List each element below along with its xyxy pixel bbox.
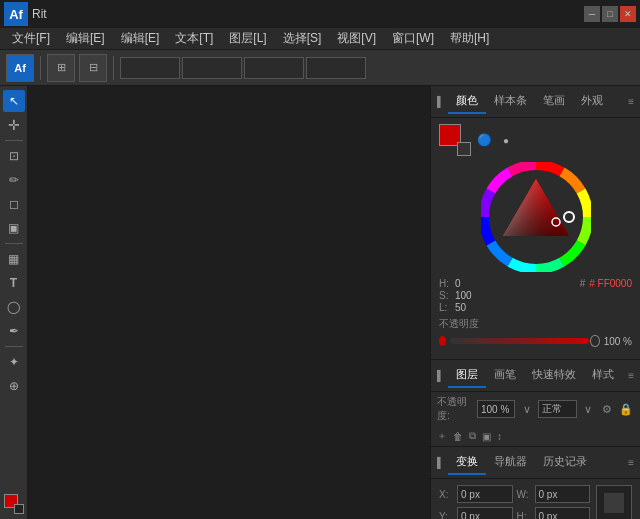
menu-text[interactable]: 文本[T]	[167, 28, 221, 49]
menu-help[interactable]: 帮助[H]	[442, 28, 497, 49]
color-bg-swatch[interactable]	[457, 142, 471, 156]
toolbar-field-4[interactable]	[306, 57, 366, 79]
opacity-slider[interactable]	[450, 338, 589, 344]
toolbar-fields-group	[120, 57, 366, 79]
transform-thumb-area: ⇔	[596, 485, 632, 519]
layers-mode-field[interactable]: 正常	[538, 400, 576, 418]
layers-add-btn[interactable]: ＋	[437, 429, 447, 443]
color-wheel-svg[interactable]	[481, 162, 591, 272]
color-panel-collapse-icon[interactable]: ▌	[437, 96, 444, 107]
tab-brushes[interactable]: 画笔	[486, 363, 524, 388]
tool-select[interactable]: ↖	[3, 90, 25, 112]
tab-stroke[interactable]: 笔画	[535, 89, 573, 114]
toolbar-field-2[interactable]	[182, 57, 242, 79]
color-panel-menu-icon[interactable]: ≡	[628, 96, 634, 107]
menu-window[interactable]: 窗口[W]	[384, 28, 442, 49]
canvas-area[interactable]	[28, 86, 430, 519]
toolbar-logo-btn[interactable]: Af	[6, 54, 34, 82]
tool-move[interactable]: ✛	[3, 114, 25, 136]
tool-brush[interactable]: ✏	[3, 169, 25, 191]
tab-swatches[interactable]: 样本条	[486, 89, 535, 114]
transform-panel-header: ▌ 变换 导航器 历史记录 ≡	[431, 447, 640, 479]
tool-sep-1	[5, 140, 23, 141]
minimize-button[interactable]: ─	[584, 6, 600, 22]
transform-collapse-icon[interactable]: ▌	[437, 457, 444, 468]
layers-opacity-value: 100 %	[481, 404, 509, 415]
tab-transform[interactable]: 变换	[448, 450, 486, 475]
sat-row: S: 100	[439, 290, 632, 301]
w-value: 0 px	[539, 489, 558, 500]
tab-styles[interactable]: 样式	[584, 363, 622, 388]
app-logo-text: Af	[9, 7, 23, 22]
w-label: W:	[517, 489, 531, 500]
maximize-button[interactable]: □	[602, 6, 618, 22]
tool-fill[interactable]: ▣	[3, 217, 25, 239]
layers-controls: 不透明度: 100 % ∨ 正常 ∨ ⚙ 🔒	[431, 392, 640, 426]
tab-navigator[interactable]: 导航器	[486, 450, 535, 475]
tool-pen[interactable]: ✒	[3, 320, 25, 342]
tool-gradient[interactable]: ▦	[3, 248, 25, 270]
toolbar-grid-btn[interactable]: ⊞	[47, 54, 75, 82]
tab-layers[interactable]: 图层	[448, 363, 486, 388]
tool-crop[interactable]: ⊡	[3, 145, 25, 167]
tool-eyedropper[interactable]: ✦	[3, 351, 25, 373]
tab-color[interactable]: 颜色	[448, 89, 486, 114]
hex-value[interactable]: # FF0000	[589, 278, 632, 289]
menu-edit[interactable]: 编辑[E]	[58, 28, 113, 49]
color-panel: ▌ 颜色 样本条 笔画 外观 ≡ 🔵 ●	[431, 86, 640, 360]
layers-delete-btn[interactable]: 🗑	[453, 431, 463, 442]
toolbar-field-3[interactable]	[244, 57, 304, 79]
y-label: Y:	[439, 511, 453, 520]
toolbar: Af ⊞ ⊟	[0, 50, 640, 86]
layers-gear-icon[interactable]: ⚙	[600, 400, 615, 418]
transform-fields-container: X: 0 px W: 0 px Y:	[439, 485, 632, 519]
tool-shape[interactable]: ◯	[3, 296, 25, 318]
layers-opacity-field[interactable]: 100 %	[477, 400, 515, 418]
layers-merge-btn[interactable]: ▣	[482, 431, 491, 442]
lum-label: L:	[439, 302, 451, 313]
tab-quick-effects[interactable]: 快速特效	[524, 363, 584, 388]
tool-text[interactable]: T	[3, 272, 25, 294]
eyedropper-btn[interactable]: 🔵	[475, 131, 493, 149]
h-field[interactable]: 0 px	[535, 507, 591, 519]
toolbox: ↖ ✛ ⊡ ✏ ◻ ▣ ▦ T ◯ ✒ ✦ ⊕	[0, 86, 28, 519]
menu-edit2[interactable]: 编辑[E]	[113, 28, 168, 49]
tab-appearance[interactable]: 外观	[573, 89, 611, 114]
menu-file[interactable]: 文件[F]	[4, 28, 58, 49]
hue-handle[interactable]	[564, 212, 574, 222]
close-button[interactable]: ✕	[620, 6, 636, 22]
opacity-value: 100 %	[604, 336, 632, 347]
opacity-label: 不透明度	[439, 317, 632, 331]
tab-history[interactable]: 历史记录	[535, 450, 595, 475]
w-field-row: W: 0 px	[517, 485, 591, 503]
layers-copy-btn[interactable]: ⧉	[469, 430, 476, 442]
layers-panel-menu-icon[interactable]: ≡	[628, 370, 634, 381]
toolbar-sep-2	[113, 56, 114, 80]
w-field[interactable]: 0 px	[535, 485, 591, 503]
menu-view[interactable]: 视图[V]	[329, 28, 384, 49]
y-field[interactable]: 0 px	[457, 507, 513, 519]
menu-layer[interactable]: 图层[L]	[221, 28, 274, 49]
layers-lock-icon[interactable]: 🔒	[619, 400, 634, 418]
transform-panel-menu-icon[interactable]: ≡	[628, 457, 634, 468]
layers-mode-chevron-icon[interactable]: ∨	[581, 400, 596, 418]
toolbar-doc-btn[interactable]: ⊟	[79, 54, 107, 82]
tool-color-swatches[interactable]	[3, 493, 25, 515]
layers-chevron-icon[interactable]: ∨	[519, 400, 534, 418]
menu-select[interactable]: 选择[S]	[275, 28, 330, 49]
eyedropper-btn-2[interactable]: ●	[497, 131, 515, 149]
tool-eraser[interactable]: ◻	[3, 193, 25, 215]
layers-move-btn[interactable]: ↕	[497, 431, 502, 442]
color-wheel-container[interactable]	[439, 162, 632, 272]
hue-label: H:	[439, 278, 451, 289]
layers-collapse-icon[interactable]: ▌	[437, 370, 444, 381]
x-field[interactable]: 0 px	[457, 485, 513, 503]
color-swatch-container[interactable]	[439, 124, 471, 156]
toolbar-field-1[interactable]	[120, 57, 180, 79]
layers-mode-value: 正常	[542, 402, 562, 416]
menu-bar: 文件[F] 编辑[E] 编辑[E] 文本[T] 图层[L] 选择[S] 视图[V…	[0, 28, 640, 50]
layers-panel-header: ▌ 图层 画笔 快速特效 样式 ≡	[431, 360, 640, 392]
color-swatches-row: 🔵 ●	[439, 124, 632, 156]
x-value: 0 px	[461, 489, 480, 500]
tool-zoom[interactable]: ⊕	[3, 375, 25, 397]
